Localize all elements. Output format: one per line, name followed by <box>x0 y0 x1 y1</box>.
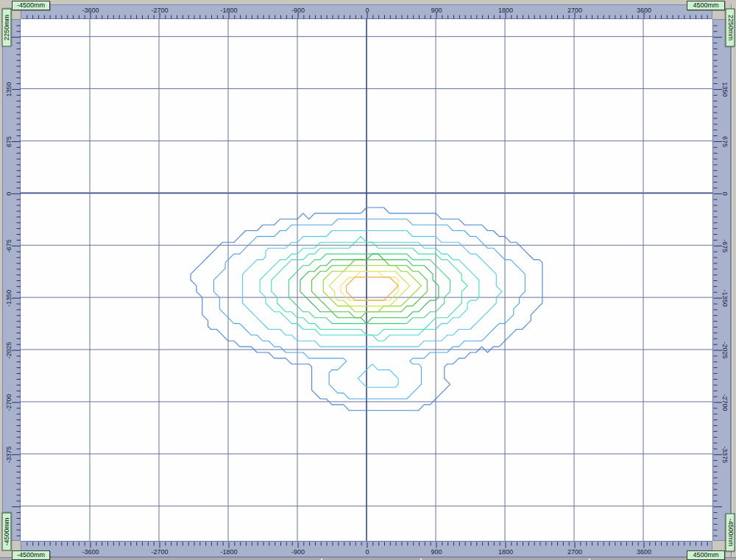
badge-extent-left-bottom: -4500mm <box>2 513 12 551</box>
ruler-label: -900 <box>291 7 305 14</box>
ruler-label: -2025 <box>721 342 729 359</box>
ruler-label: 0 <box>721 192 729 196</box>
badge-extent-right-top: 2250mm <box>726 9 735 47</box>
ruler-label: -3375 <box>721 446 729 463</box>
ruler-label: 900 <box>431 7 442 14</box>
ruler-left: 13506750-675-1350-2025-2700-3375 <box>2 19 21 541</box>
ruler-right: 13506750-675-1350-2025-2700-3375 <box>712 19 731 541</box>
ruler-label: 1350 <box>5 82 13 97</box>
ruler-label: -675 <box>721 239 729 252</box>
ruler-label: -3600 <box>82 548 99 556</box>
ruler-label: -2700 <box>5 394 13 411</box>
ruler-label: -1350 <box>721 290 729 307</box>
ruler-label: 3600 <box>637 548 651 556</box>
ruler-label: 0 <box>365 548 369 556</box>
contour-level-9 <box>329 272 410 306</box>
contour-level-1 <box>213 219 525 399</box>
badge-extent-left-top: 2250mm <box>2 9 12 47</box>
application-viewport: -3600-2700-1800-9000900180027003600 -360… <box>0 0 736 560</box>
ruler-label: 2700 <box>567 548 582 556</box>
ruler-label: 675 <box>721 136 729 147</box>
ruler-label: 2700 <box>567 7 582 14</box>
ruler-label: -1800 <box>220 548 237 556</box>
ruler-label: -1350 <box>5 290 13 307</box>
ruler-scale: 13506750-675-1350-2025-2700-3375 <box>713 20 732 542</box>
ruler-label: -2700 <box>151 7 168 14</box>
badge-extent-right-bottom: -4500mm <box>726 514 735 552</box>
ruler-label: -2025 <box>5 342 13 359</box>
ruler-label: 3600 <box>637 7 651 14</box>
ruler-label: -1800 <box>220 7 237 14</box>
ruler-label: -675 <box>5 239 13 252</box>
ruler-label: 900 <box>431 548 442 556</box>
badge-extent-top-right: 4500mm <box>687 1 725 10</box>
ruler-label: -3375 <box>5 446 13 463</box>
plot-area[interactable] <box>21 19 712 541</box>
badge-extent-bottom-left: -4500mm <box>12 550 50 560</box>
ruler-bottom: -3600-2700-1800-9000900180027003600 <box>21 541 712 557</box>
ruler-scale: 13506750-675-1350-2025-2700-3375 <box>3 20 21 542</box>
window-edge-right-highlight <box>732 4 732 557</box>
ruler-scale: -3600-2700-1800-9000900180027003600 <box>21 542 713 558</box>
ruler-label: -900 <box>291 548 305 556</box>
grid-layer <box>21 19 712 541</box>
ruler-top: -3600-2700-1800-9000900180027003600 <box>21 4 712 19</box>
ruler-scale: -3600-2700-1800-9000900180027003600 <box>21 5 713 20</box>
ruler-label: -2700 <box>721 394 729 411</box>
ruler-label: -3600 <box>82 7 99 14</box>
ruler-label: 1800 <box>498 548 513 556</box>
contour-level-5 <box>289 254 450 324</box>
bottom-panel-edge <box>0 557 736 560</box>
badge-extent-bottom-right: 4500mm <box>687 550 725 560</box>
contour-level-10 <box>341 272 398 300</box>
ruler-label: 1350 <box>721 82 729 97</box>
ruler-label: 1800 <box>498 7 513 14</box>
plot-canvas <box>21 19 712 541</box>
contour-level-7 <box>312 260 428 318</box>
contour-level-11 <box>347 277 398 301</box>
ruler-label: -2700 <box>151 548 168 556</box>
badge-extent-top-left: -4500mm <box>12 1 50 10</box>
contour-level-3 <box>260 236 479 341</box>
ruler-label: 675 <box>5 136 13 147</box>
ruler-label: 0 <box>365 7 369 14</box>
ruler-label: 0 <box>5 192 13 196</box>
